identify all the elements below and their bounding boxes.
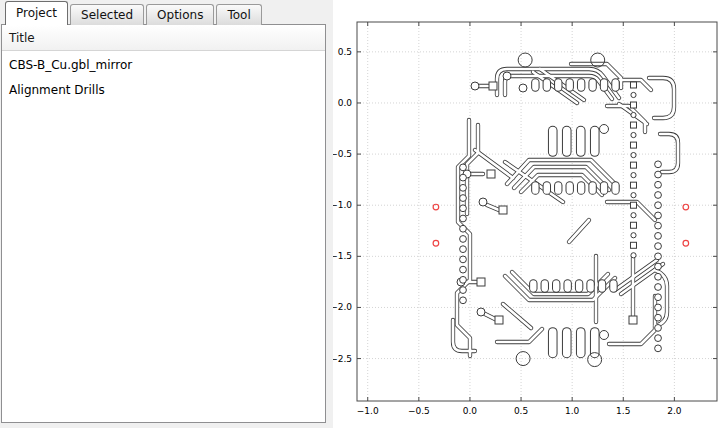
svg-text:1.5: 1.5: [616, 406, 630, 416]
tab-project[interactable]: Project: [5, 1, 68, 25]
pcb-pads: [533, 82, 615, 353]
svg-text:−0.5: −0.5: [408, 406, 430, 416]
svg-text:−0.5: −0.5: [333, 149, 352, 159]
svg-text:−1.0: −1.0: [357, 406, 379, 416]
tree-item-alignment-drills[interactable]: Alignment Drills: [2, 79, 325, 101]
pcb-copper-traces: [453, 64, 678, 356]
svg-text:0.0: 0.0: [463, 406, 478, 416]
svg-text:0.0: 0.0: [338, 98, 353, 108]
tab-bar: Project Selected Options Tool: [5, 0, 264, 25]
svg-text:−2.0: −2.0: [333, 302, 352, 312]
pcb-drills-and-pins: [433, 53, 689, 367]
svg-text:−1.5: −1.5: [333, 251, 352, 261]
tree-header-title[interactable]: Title: [2, 25, 325, 51]
svg-text:−1.0: −1.0: [333, 200, 352, 210]
plot-figure: −1.0−0.50.00.51.01.52.00.50.0−0.5−1.0−1.…: [333, 0, 723, 428]
tab-tool[interactable]: Tool: [216, 4, 261, 25]
tab-selected[interactable]: Selected: [70, 4, 144, 25]
tab-options[interactable]: Options: [146, 4, 214, 25]
plot-canvas[interactable]: −1.0−0.50.00.51.01.52.00.50.0−0.5−1.0−1.…: [333, 0, 723, 428]
project-tree-panel: Title CBS-B_Cu.gbl_mirror Alignment Dril…: [1, 24, 326, 423]
tree-item-gerber[interactable]: CBS-B_Cu.gbl_mirror: [2, 54, 325, 76]
svg-text:0.5: 0.5: [338, 47, 352, 57]
svg-text:−2.5: −2.5: [333, 354, 352, 364]
svg-text:0.5: 0.5: [514, 406, 528, 416]
svg-text:2.0: 2.0: [667, 406, 682, 416]
svg-text:1.0: 1.0: [565, 406, 580, 416]
